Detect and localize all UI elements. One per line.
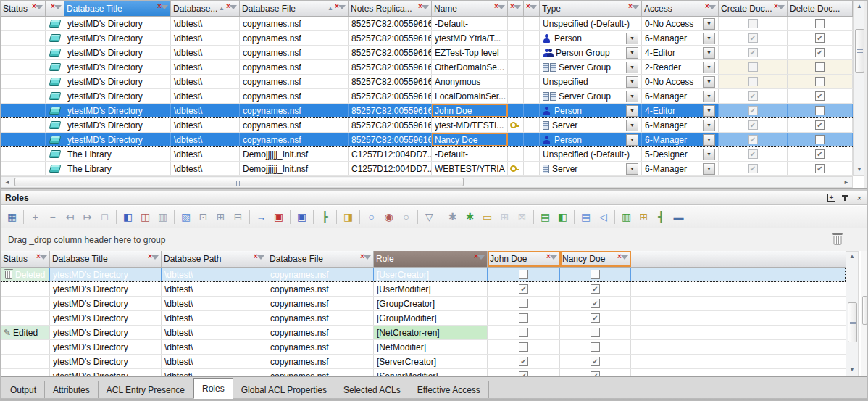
filter-data-icon[interactable]: ▽ xyxy=(421,209,438,226)
database-path-cell[interactable]: \dbtest\ xyxy=(171,75,240,88)
pin-panel-icon[interactable] xyxy=(840,193,850,202)
database-title-cell[interactable]: The Library xyxy=(64,147,171,161)
create-doc-checkbox[interactable] xyxy=(748,77,758,86)
role-row[interactable]: ytestMD's Directory\dbtest\copynames.nsf… xyxy=(1,355,846,369)
status-cell[interactable] xyxy=(1,104,46,117)
add-entry-icon[interactable]: + xyxy=(27,209,43,226)
database-path-cell[interactable]: \dbtest\ xyxy=(171,46,240,59)
database-path-cell[interactable]: \dbtest\ xyxy=(162,311,267,325)
access-dropdown[interactable]: ▼ xyxy=(703,105,715,117)
database-file-cell[interactable]: copynames.nsf xyxy=(267,311,374,325)
role-row[interactable]: ytestMD's Directory\dbtest\copynames.nsf… xyxy=(1,297,846,311)
role-row[interactable]: ytestMD's Directory\dbtest\copynames.nsf… xyxy=(1,369,846,376)
access-dropdown[interactable]: ▼ xyxy=(703,91,715,102)
type-cell[interactable]: Server▼ xyxy=(540,118,642,132)
john-doe-role-checkbox[interactable] xyxy=(519,371,528,376)
grid-properties-icon[interactable]: ▦ xyxy=(4,209,20,226)
filter-icon[interactable] xyxy=(335,4,346,13)
type-dropdown[interactable]: ▼ xyxy=(626,105,638,117)
copy-with-headers-icon[interactable]: ⊞ xyxy=(212,209,229,226)
role-cell[interactable]: [UserCreator] xyxy=(374,268,488,281)
create-doc-checkbox[interactable] xyxy=(748,48,758,57)
scroll-down-icon[interactable]: ▼ xyxy=(854,164,865,175)
notes-replica-cell[interactable]: 85257C82:00559616 xyxy=(349,31,432,45)
type-dropdown[interactable]: ▼ xyxy=(626,91,638,102)
keyboard-shortcuts-icon[interactable]: ▬ xyxy=(670,209,687,226)
role-cell[interactable]: [UserModifier] xyxy=(374,282,488,296)
scroll-up-icon[interactable]: ▲ xyxy=(854,1,865,13)
database-file-cell[interactable]: copynames.nsf xyxy=(267,355,374,368)
database-file-cell[interactable]: copynames.nsf xyxy=(240,89,349,103)
database-title-cell[interactable]: ytestMD's Directory xyxy=(64,75,171,88)
role-cell[interactable]: [ServerCreator] xyxy=(374,355,488,368)
close-panel-icon[interactable]: × xyxy=(854,193,864,202)
database-path-cell[interactable]: \dbtest\ xyxy=(171,104,240,117)
top-header-delete-doc[interactable]: Delete Doc... xyxy=(788,1,853,16)
access-dropdown[interactable]: ▼ xyxy=(703,62,715,73)
filter-icon[interactable] xyxy=(148,255,159,263)
name-cell[interactable]: Nancy Doe xyxy=(432,133,508,146)
filter-icon[interactable] xyxy=(157,4,168,13)
zoom-font-icon[interactable]: ◉ xyxy=(380,209,397,226)
filter-icon[interactable] xyxy=(510,4,521,13)
access-cell[interactable]: 4-Editor▼ xyxy=(642,46,719,59)
type-dropdown[interactable]: ▼ xyxy=(626,47,638,59)
database-path-cell[interactable]: \dbtest\ xyxy=(171,147,240,161)
panel-mini-scrollbar[interactable] xyxy=(861,251,868,376)
john-doe-role-checkbox[interactable] xyxy=(519,284,528,294)
filter-icon[interactable] xyxy=(546,255,557,263)
export-grid-icon[interactable]: ⊠ xyxy=(514,209,530,226)
acl-entry-row[interactable]: ytestMD's Directory\dbtest\copynames.nsf… xyxy=(1,31,853,46)
append-list-icon[interactable]: ▤ xyxy=(577,209,594,226)
status-cell[interactable]: Deleted xyxy=(1,268,50,281)
database-file-cell[interactable]: copynames.nsf xyxy=(240,46,349,59)
select-region-icon[interactable]: ▧ xyxy=(178,209,194,226)
database-path-cell[interactable]: \dbtest\ xyxy=(162,282,267,296)
database-title-cell[interactable]: ytestMD's Directory xyxy=(50,355,162,368)
name-cell[interactable]: Anonymous xyxy=(432,75,508,88)
scroll-right-icon[interactable]: ► xyxy=(840,177,852,189)
status-cell[interactable] xyxy=(1,355,50,368)
type-cell[interactable]: Person▼ xyxy=(540,31,642,45)
type-cell[interactable]: Server Group▼ xyxy=(540,60,642,74)
delete-doc-checkbox[interactable] xyxy=(815,135,825,144)
filter-icon[interactable] xyxy=(705,4,716,13)
status-cell[interactable] xyxy=(1,282,50,296)
nancy-doe-role-checkbox[interactable] xyxy=(591,328,600,337)
access-cell[interactable]: 0-No Access▼ xyxy=(642,17,719,30)
tab-attributes[interactable]: Attributes xyxy=(45,381,99,399)
access-dropdown[interactable]: ▼ xyxy=(703,33,715,44)
john-doe-role-checkbox[interactable] xyxy=(519,357,528,366)
create-doc-checkbox[interactable] xyxy=(748,19,758,28)
status-cell[interactable] xyxy=(1,118,46,132)
tab-selected-acls[interactable]: Selected ACLs xyxy=(335,381,409,399)
database-title-cell[interactable]: ytestMD's Directory xyxy=(50,268,162,281)
database-path-cell[interactable]: \dbtest\ xyxy=(171,17,240,30)
status-cell[interactable] xyxy=(1,369,50,376)
database-title-cell[interactable]: ytestMD's Directory xyxy=(64,133,171,146)
type-cell[interactable]: Person Group▼ xyxy=(540,46,642,59)
database-path-cell[interactable]: \dbtest\ xyxy=(171,60,240,74)
access-dropdown[interactable]: ▼ xyxy=(703,163,715,175)
tab-acl-entry-presence[interactable]: ACL Entry Presence xyxy=(99,381,193,399)
panel-mini-thumb[interactable] xyxy=(862,296,867,325)
access-dropdown[interactable]: ▼ xyxy=(703,120,715,131)
database-path-cell[interactable]: \dbtest\ xyxy=(162,326,267,339)
database-path-cell[interactable]: \dbtest\ xyxy=(171,162,240,175)
toolbox-icon[interactable]: ▣ xyxy=(270,209,287,226)
load-settings-icon[interactable]: ✱ xyxy=(444,209,461,226)
database-file-cell[interactable]: Demojjjjjj_Init.nsf xyxy=(240,162,349,175)
database-path-cell[interactable]: \dbtest\ xyxy=(171,89,240,103)
access-cell[interactable]: 5-Designer▼ xyxy=(642,147,719,161)
database-file-cell[interactable]: copynames.nsf xyxy=(240,75,349,88)
notes-replica-cell[interactable]: 85257C82:00559616 xyxy=(349,46,432,59)
top-header-type[interactable]: Type xyxy=(540,1,642,16)
acl-entry-row[interactable]: ytestMD's Directory\dbtest\copynames.nsf… xyxy=(1,133,853,147)
top-grid-hscrollbar[interactable]: ◄ ► xyxy=(1,176,853,188)
filter-icon[interactable] xyxy=(36,255,47,263)
type-cell[interactable]: Server Group▼ xyxy=(540,89,642,103)
access-cell[interactable]: 2-Reader▼ xyxy=(642,60,719,74)
delete-doc-checkbox[interactable] xyxy=(815,91,825,101)
access-cell[interactable]: 6-Manager▼ xyxy=(642,89,719,103)
database-path-cell[interactable]: \dbtest\ xyxy=(162,340,267,354)
